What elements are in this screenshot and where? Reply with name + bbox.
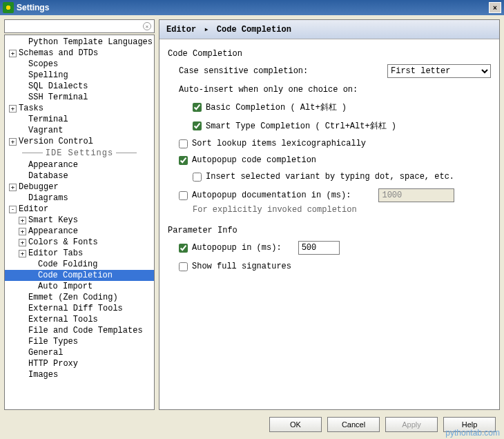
tree-item[interactable]: Vagrant: [5, 125, 154, 136]
expand-icon[interactable]: +: [9, 105, 17, 113]
tree-item-label: Python Template Languages: [28, 37, 153, 47]
tree-item-label: Code Folding: [38, 260, 97, 269]
tree-item[interactable]: SQL Dialects: [5, 81, 154, 92]
search-box[interactable]: ×: [4, 19, 155, 33]
chevron-right-icon: ▸: [204, 25, 209, 35]
tree-item-label: External Diff Tools: [28, 304, 123, 313]
autopopup-code-label: Autopopup code completion: [192, 155, 316, 165]
ok-button[interactable]: OK: [269, 417, 322, 432]
cancel-button[interactable]: Cancel: [327, 417, 380, 432]
tree-item[interactable]: +Colors & Fonts: [5, 237, 154, 248]
tree-item-label: Images: [28, 370, 58, 380]
tree-item-label: Tasks: [19, 104, 43, 113]
sort-lex-checkbox[interactable]: [179, 139, 188, 148]
tree-item-label: Emmet (Zen Coding): [28, 293, 118, 302]
tree-item[interactable]: File and Code Templates: [5, 325, 154, 336]
tree-item-label: HTTP Proxy: [28, 359, 78, 369]
tree-item[interactable]: Emmet (Zen Coding): [5, 292, 154, 303]
expand-icon[interactable]: +: [19, 250, 26, 257]
expand-icon[interactable]: +: [19, 217, 26, 224]
tree-item[interactable]: +Version Control: [5, 136, 154, 147]
autopopup-code-checkbox[interactable]: [179, 156, 188, 165]
tree-item[interactable]: Code Folding: [5, 259, 154, 270]
insert-variant-checkbox[interactable]: [193, 173, 202, 182]
tree-item[interactable]: Database: [5, 170, 154, 182]
tree-item-label: Smart Keys: [28, 215, 78, 225]
tree-item-label: Terminal: [28, 115, 68, 124]
collapse-icon[interactable]: -: [9, 206, 17, 213]
tree-item[interactable]: +Appearance: [5, 226, 154, 237]
expand-icon[interactable]: +: [9, 50, 17, 57]
tree-item-label: File Types: [28, 337, 78, 347]
autodoc-ms-input: [378, 188, 454, 202]
tree-item[interactable]: Scopes: [5, 59, 154, 70]
tree-item-label: Editor Tabs: [28, 248, 83, 258]
search-clear-icon[interactable]: ×: [143, 22, 151, 30]
tree-item-label: Colors & Fonts: [28, 237, 98, 247]
tree-item[interactable]: HTTP Proxy: [5, 358, 154, 369]
tree-item[interactable]: Appearance: [5, 159, 154, 170]
content-pane: Editor ▸ Code Completion Code Completion…: [159, 19, 500, 410]
group-parameter-info: Parameter Info: [168, 226, 491, 235]
tree-item[interactable]: Terminal: [5, 114, 154, 125]
search-input[interactable]: [8, 21, 143, 31]
smart-completion-label: Smart Type Completion ( Ctrl+Alt+斜杠 ): [206, 120, 396, 132]
breadcrumb-root[interactable]: Editor: [166, 25, 196, 35]
tree-item[interactable]: General: [5, 347, 154, 358]
tree-section-header: IDE Settings: [5, 147, 154, 159]
smart-completion-checkbox[interactable]: [193, 121, 202, 130]
autopopup-in-label: Autopopup in (ms):: [192, 243, 282, 253]
tree-item-label: General: [28, 348, 63, 358]
tree-item[interactable]: External Diff Tools: [5, 303, 154, 314]
tree-item-label: Version Control: [19, 137, 93, 146]
tree-item[interactable]: Auto Import: [5, 281, 154, 292]
close-button[interactable]: ×: [489, 2, 501, 13]
settings-tree[interactable]: Python Template Languages+Schemas and DT…: [4, 35, 155, 410]
tree-item[interactable]: Images: [5, 369, 154, 380]
group-code-completion: Code Completion: [168, 49, 491, 59]
tree-item[interactable]: +Debugger: [5, 182, 154, 193]
tree-item-label: Appearance: [28, 226, 78, 236]
sidebar: × Python Template Languages+Schemas and …: [4, 19, 155, 410]
tree-item[interactable]: File Types: [5, 336, 154, 347]
tree-item[interactable]: Diagrams: [5, 193, 154, 204]
case-sensitive-select[interactable]: First letter: [387, 64, 491, 78]
breadcrumb-leaf: Code Completion: [217, 25, 291, 35]
apply-button[interactable]: Apply: [385, 417, 438, 432]
expand-icon[interactable]: +: [19, 228, 26, 235]
settings-panel: Code Completion Case sensitive completio…: [159, 39, 499, 409]
titlebar: Settings ×: [0, 0, 504, 15]
main-area: × Python Template Languages+Schemas and …: [0, 15, 504, 414]
tree-item[interactable]: Spelling: [5, 70, 154, 81]
tree-item[interactable]: -Editor: [5, 204, 154, 215]
expand-icon[interactable]: +: [9, 138, 17, 146]
tree-item-label: Editor: [19, 204, 48, 214]
basic-completion-checkbox[interactable]: [193, 103, 202, 112]
tree-item[interactable]: Code Completion: [5, 270, 154, 281]
tree-item-label: SQL Dialects: [28, 81, 88, 91]
expand-icon[interactable]: +: [9, 184, 17, 191]
tree-item-label: Diagrams: [28, 193, 68, 203]
tree-item-label: Auto Import: [38, 282, 93, 291]
autodoc-checkbox[interactable]: [179, 191, 188, 200]
breadcrumb: Editor ▸ Code Completion: [159, 20, 499, 39]
show-full-sig-label: Show full signatures: [192, 262, 291, 271]
tree-item[interactable]: +Tasks: [5, 103, 154, 114]
expand-icon[interactable]: +: [19, 239, 26, 246]
autodoc-note: For explicitly invoked completion: [179, 205, 491, 215]
autopopup-in-checkbox[interactable]: [179, 244, 188, 253]
tree-item[interactable]: SSH Terminal: [5, 92, 154, 103]
tree-item[interactable]: External Tools: [5, 314, 154, 325]
tree-item[interactable]: +Editor Tabs: [5, 248, 154, 259]
dialog-footer: OK Cancel Apply Help: [0, 414, 504, 435]
sort-lex-label: Sort lookup items lexicographically: [192, 139, 366, 148]
autopopup-in-ms-input[interactable]: [298, 241, 340, 255]
case-sensitive-label: Case sensitive completion:: [179, 66, 338, 76]
show-full-sig-checkbox[interactable]: [179, 262, 188, 271]
basic-completion-label: Basic Completion ( Alt+斜杠 ): [206, 101, 347, 113]
tree-item[interactable]: +Schemas and DTDs: [5, 48, 154, 59]
tree-item-label: Database: [28, 171, 68, 181]
app-icon: [3, 2, 14, 13]
tree-item[interactable]: +Smart Keys: [5, 215, 154, 226]
tree-item[interactable]: Python Template Languages: [5, 37, 154, 48]
